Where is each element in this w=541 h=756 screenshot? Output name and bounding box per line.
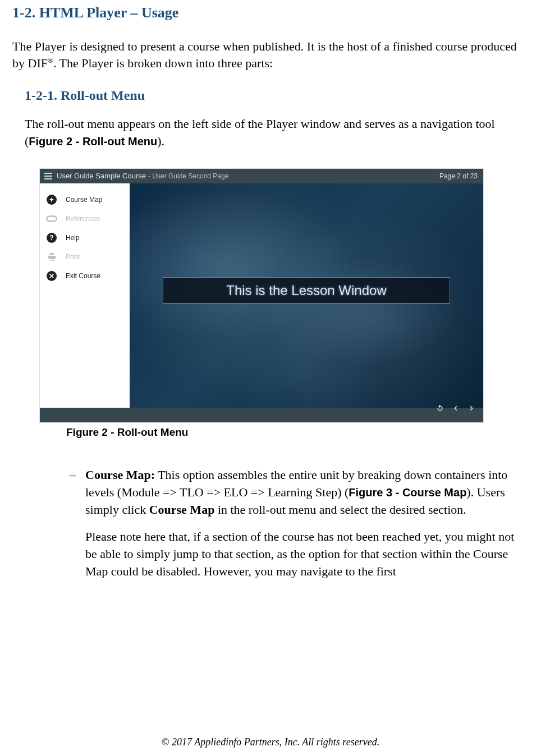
bullet-lead: Course Map: (85, 468, 155, 482)
compass-icon (45, 193, 58, 206)
sidebar-item-label: Help (66, 234, 80, 242)
sidebar-item-label: Print (66, 253, 80, 261)
print-icon (45, 251, 58, 263)
attachment-icon (45, 213, 58, 225)
sidebar-item-label: Course Map (66, 196, 102, 204)
figure-2: User Guide Sample Course - User Guide Se… (39, 168, 529, 439)
close-icon (45, 270, 58, 282)
footer-copyright: © 2017 Appliedinfo Partners, Inc. All ri… (0, 736, 541, 748)
bullet-paragraph-2: Please note here that, if a section of t… (85, 528, 529, 580)
sidebar-item-exit[interactable]: Exit Course (40, 266, 130, 285)
lesson-window-label: This is the Lesson Window (163, 277, 450, 304)
lesson-window-stage: This is the Lesson Window (130, 183, 483, 417)
forward-icon[interactable] (467, 404, 475, 414)
page-subtitle: - User Guide Second Page (148, 172, 228, 180)
rollout-paragraph: The roll-out menu appears on the left si… (25, 116, 529, 150)
sidebar-item-print: Print (40, 247, 130, 266)
player-bottombar (40, 408, 483, 422)
bullet-course-map: – Course Map: This option assembles the … (70, 467, 529, 580)
hamburger-icon[interactable] (40, 173, 57, 179)
bullet-dash: – (70, 467, 85, 580)
course-title: User Guide Sample Course (57, 172, 146, 180)
player-topbar: User Guide Sample Course - User Guide Se… (40, 169, 483, 183)
course-map-bold: Course Map (149, 503, 215, 517)
page-counter: Page 2 of 23 (439, 172, 478, 180)
sidebar-item-label: Exit Course (66, 272, 100, 280)
player-screenshot: User Guide Sample Course - User Guide Se… (39, 168, 484, 423)
registered-mark: ® (48, 56, 53, 64)
intro-paragraph: The Player is designed to present a cour… (12, 38, 529, 71)
figure-2-reference: Figure 2 - Roll-out Menu (29, 135, 157, 147)
intro-text-b: . The Player is broken down into three p… (53, 56, 273, 70)
help-icon: ? (45, 232, 58, 244)
back-icon[interactable] (452, 404, 460, 414)
refresh-icon[interactable] (436, 404, 444, 414)
bullet-text-1c: in the roll-out menu and select the desi… (214, 503, 466, 517)
sidebar-item-help[interactable]: ? Help (40, 228, 130, 247)
sidebar-item-course-map[interactable]: Course Map (40, 190, 130, 209)
sidebar-item-label: References (66, 215, 100, 223)
heading-2: 1-2-1. Roll-out Menu (25, 88, 529, 103)
rollout-text-b: ). (157, 134, 164, 148)
sidebar-item-references: References (40, 209, 130, 228)
rollout-menu-sidebar: Course Map References ? Help (40, 183, 130, 417)
heading-1: 1-2. HTML Player – Usage (12, 4, 529, 21)
figure-2-caption: Figure 2 - Roll-out Menu (66, 426, 529, 439)
figure-3-reference: Figure 3 - Course Map (349, 486, 466, 499)
